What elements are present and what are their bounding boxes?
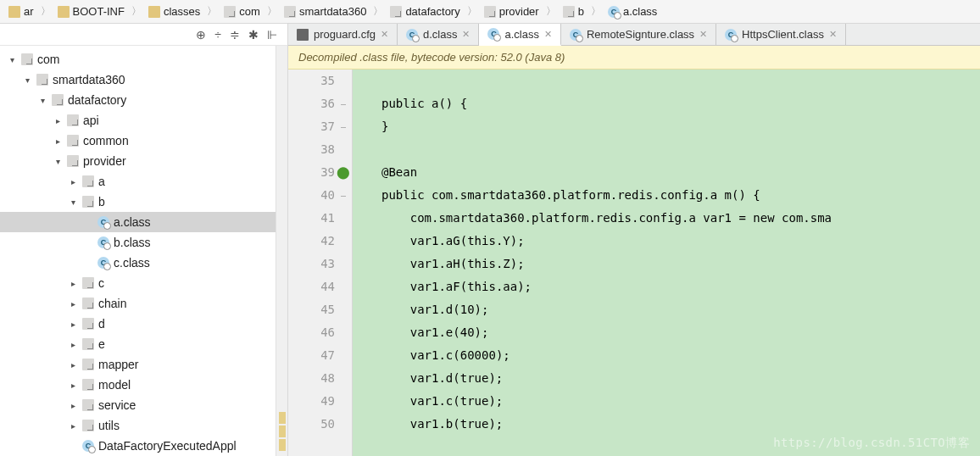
tree-label: a (98, 175, 105, 188)
tree-row[interactable]: ▾smartdata360 (0, 70, 276, 90)
expand-icon[interactable]: ▸ (68, 320, 78, 329)
breadcrumb-label: classes (164, 5, 200, 18)
hide-icon[interactable]: ⊩ (267, 28, 277, 42)
tree-row[interactable]: ▸api (0, 110, 276, 131)
breadcrumb-label: ar (24, 5, 34, 18)
fold-icon[interactable]: – (341, 115, 346, 138)
tree-row[interactable]: ▸service (0, 395, 276, 415)
breadcrumb-item[interactable]: b (558, 3, 589, 19)
expand-icon[interactable]: ▾ (68, 197, 78, 207)
class-icon (570, 29, 582, 41)
code-area[interactable]: 35363738394041424344454647484950 ––⬤– pu… (288, 70, 980, 456)
tree-label: DataFactoryExecutedAppl (98, 439, 237, 453)
code-content[interactable]: public a() { } @Bean public com.smartdat… (353, 70, 980, 456)
tab-label: d.class (423, 28, 457, 41)
breadcrumb-separator: 〉 (41, 4, 51, 19)
close-icon[interactable]: ✕ (829, 29, 837, 40)
breadcrumb-item[interactable]: provider (479, 3, 544, 19)
line-number: 37 (288, 115, 335, 138)
tree-row[interactable]: ▸chain (0, 293, 276, 314)
close-icon[interactable]: ✕ (544, 29, 552, 40)
bean-gutter-icon[interactable]: ⬤ (337, 161, 350, 184)
expand-icon[interactable]: ▸ (68, 360, 78, 370)
expand-icon[interactable]: ▸ (68, 381, 78, 390)
expand-icon[interactable]: ▾ (7, 55, 17, 64)
close-icon[interactable]: ✕ (381, 29, 388, 40)
tree-row[interactable]: c.class (0, 253, 276, 273)
locate-icon[interactable]: ⊕ (196, 28, 206, 42)
pkg-icon (82, 359, 94, 370)
sidebar-scrollbar[interactable] (276, 46, 287, 456)
expand-icon[interactable]: ▾ (37, 96, 47, 105)
settings-icon[interactable]: ✱ (248, 28, 259, 42)
tree-row[interactable]: a.class (0, 212, 276, 232)
breadcrumb-label: smartdata360 (299, 5, 367, 18)
editor-tab[interactable]: HttpsClient.class✕ (716, 24, 846, 45)
expand-icon[interactable]: ▸ (68, 177, 78, 186)
breadcrumb-separator: 〉 (591, 4, 601, 19)
breadcrumb-item[interactable]: datafactory (385, 3, 465, 19)
tree-label: e (98, 337, 105, 351)
tree-row[interactable]: ▾b (0, 192, 276, 212)
close-icon[interactable]: ✕ (699, 29, 707, 40)
breadcrumb-separator: 〉 (467, 4, 477, 19)
tree-row[interactable]: b.class (0, 232, 276, 253)
tree-label: b.class (114, 236, 151, 249)
line-number: 49 (288, 390, 335, 413)
tree-row[interactable]: ▸a (0, 171, 276, 192)
tree-row[interactable]: ▸model (0, 375, 276, 395)
project-tree[interactable]: ▾com▾smartdata360▾datafactory▸api▸common… (0, 46, 276, 456)
tree-label: b (98, 195, 105, 209)
expand-icon[interactable]: ▸ (68, 279, 78, 288)
expand-icon[interactable]: ▸ (68, 299, 78, 309)
breadcrumb-item[interactable]: classes (143, 3, 205, 19)
sidebar-toolbar: ⊕ ÷ ≑ ✱ ⊩ (0, 24, 287, 46)
expand-icon[interactable]: ▸ (68, 340, 78, 349)
line-number: 43 (288, 253, 335, 275)
tree-row[interactable]: ▸c (0, 273, 276, 293)
tree-row[interactable]: ▸d (0, 314, 276, 334)
editor-tab[interactable]: proguard.cfg✕ (288, 24, 398, 45)
breadcrumb-item[interactable]: BOOT-INF (53, 3, 130, 19)
close-icon[interactable]: ✕ (462, 29, 470, 40)
collapse-icon[interactable]: ≑ (230, 28, 240, 42)
tree-row[interactable]: ▾datafactory (0, 90, 276, 110)
pkg-icon (82, 318, 94, 330)
expand-icon[interactable]: ▸ (53, 136, 63, 146)
editor-tab[interactable]: d.class✕ (398, 24, 479, 45)
breadcrumb-item[interactable]: a.class (603, 3, 662, 19)
divide-icon[interactable]: ÷ (214, 28, 221, 42)
editor-tab[interactable]: a.class✕ (479, 24, 560, 46)
tree-row[interactable]: ▸common (0, 131, 276, 151)
tree-row[interactable]: ▸mapper (0, 354, 276, 375)
expand-icon[interactable]: ▾ (53, 157, 63, 166)
tree-row[interactable]: ▸e (0, 334, 276, 354)
tree-row[interactable]: ▾provider (0, 151, 276, 171)
pkg-icon (82, 338, 94, 350)
editor-tab[interactable]: RemoteSignture.class✕ (561, 24, 716, 45)
breadcrumb-label: provider (499, 5, 539, 18)
fold-icon[interactable]: – (341, 184, 346, 207)
tree-label: a.class (114, 215, 151, 229)
class-icon (725, 29, 737, 41)
expand-icon[interactable]: ▸ (53, 116, 63, 125)
breadcrumb-separator: 〉 (207, 4, 217, 19)
tree-row[interactable]: DataFactoryExecutedAppl (0, 436, 276, 456)
line-number: 47 (288, 344, 335, 367)
fold-icon[interactable]: – (341, 92, 346, 115)
line-number: 44 (288, 275, 335, 298)
folder-icon (8, 6, 20, 18)
tree-row[interactable]: ▾com (0, 49, 276, 70)
breadcrumb-item[interactable]: smartdata360 (279, 3, 372, 19)
pkg-icon (563, 6, 575, 18)
pkg-icon (390, 6, 402, 18)
breadcrumb-item[interactable]: com (219, 3, 265, 19)
tab-label: proguard.cfg (314, 28, 376, 41)
expand-icon[interactable]: ▸ (68, 421, 78, 431)
expand-icon[interactable]: ▾ (22, 75, 32, 85)
tree-row[interactable]: ▸utils (0, 415, 276, 436)
breadcrumb-item[interactable]: ar (3, 3, 39, 19)
pkg-icon (224, 6, 236, 18)
expand-icon[interactable]: ▸ (68, 401, 78, 410)
line-number: 35 (288, 70, 335, 92)
